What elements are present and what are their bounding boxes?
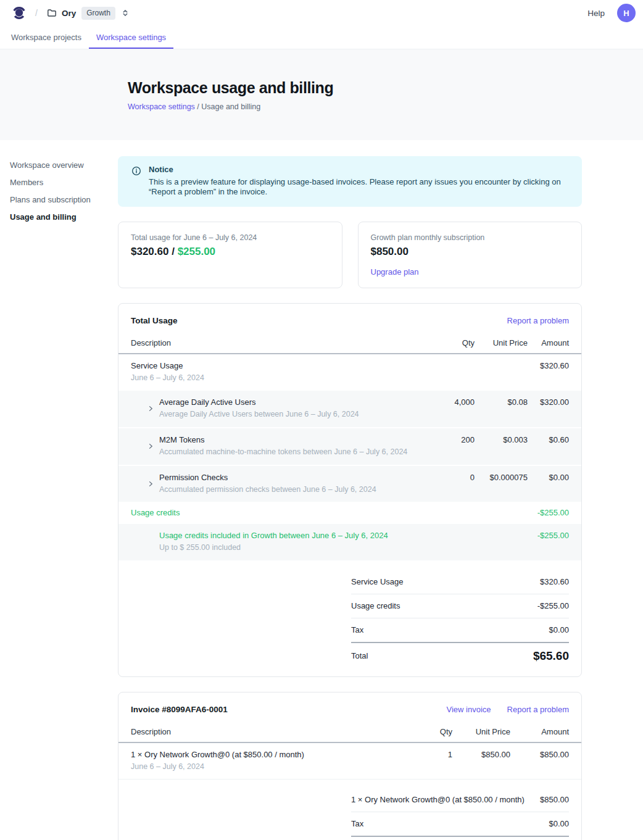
- summary-value: $320.60: [540, 577, 569, 586]
- settings-sidebar: Workspace overviewMembersPlans and subsc…: [0, 140, 118, 225]
- row-text: Usage credits: [131, 508, 418, 518]
- page-title: Workspace usage and billing: [128, 79, 643, 97]
- row-subtitle: June 6 – July 6, 2024: [131, 373, 418, 383]
- row-qty: 1: [395, 750, 452, 759]
- row-qty: 200: [418, 435, 475, 444]
- row-unit-price: $0.08: [475, 397, 528, 407]
- row-title: Usage credits: [131, 508, 418, 518]
- invoice-table-row: 1 × Ory Network Growth@0 (at $850.00 / m…: [118, 743, 581, 780]
- notice-body: This is a preview feature for displaying…: [149, 177, 572, 197]
- plan-badge: Growth: [81, 7, 115, 20]
- workspace-folder-icon: [47, 8, 57, 18]
- row-title: M2M Tokens: [159, 435, 407, 445]
- view-invoice-link[interactable]: View invoice: [447, 705, 491, 714]
- workspace-tabs: Workspace projectsWorkspace settings: [0, 26, 643, 49]
- tab-workspace-projects[interactable]: Workspace projects: [4, 26, 89, 49]
- row-text: Usage credits included in Growth between…: [159, 531, 418, 553]
- row-description: Permission ChecksAccumulated permission …: [131, 473, 418, 495]
- row-amount: -$255.00: [528, 508, 569, 517]
- usage-summary-row: Tax$0.00: [351, 618, 569, 642]
- invoice-title: Invoice #8099AFA6-0001: [131, 705, 228, 714]
- row-text: Average Daily Active UsersAverage Daily …: [159, 397, 359, 420]
- ory-logo-icon[interactable]: [11, 5, 27, 21]
- chevron-right-icon[interactable]: [147, 473, 156, 495]
- row-amount: $850.00: [510, 750, 569, 759]
- row-unit-price: $0.003: [475, 435, 528, 444]
- summary-value: $850.00: [540, 795, 569, 804]
- usage-card-title: Total Usage: [131, 316, 178, 325]
- row-description: Usage credits included in Growth between…: [131, 531, 418, 553]
- sidebar-item-usage-and-billing[interactable]: Usage and billing: [10, 208, 118, 225]
- summary-label: Service Usage: [351, 577, 404, 586]
- notice-banner: Notice This is a preview feature for dis…: [118, 156, 582, 207]
- row-text: 1 × Ory Network Growth@0 (at $850.00 / m…: [131, 750, 395, 772]
- invoice-summary-row: Tax$0.00: [351, 812, 569, 836]
- summary-label: Tax: [351, 625, 363, 634]
- breadcrumb-current: Usage and billing: [201, 102, 260, 111]
- usage-summary: Service Usage$320.60Usage credits-$255.0…: [351, 570, 569, 664]
- summary-label: Tax: [351, 819, 363, 828]
- plan-subscription-label: Growth plan monthly subscription: [371, 233, 570, 242]
- total-usage-label: Total usage for June 6 – July 6, 2024: [131, 233, 330, 242]
- usage-table-row: Average Daily Active UsersAverage Daily …: [118, 391, 581, 428]
- sidebar-item-plans-and-subscription[interactable]: Plans and subscription: [10, 191, 118, 208]
- row-unit-price: $850.00: [452, 750, 510, 759]
- row-title: Service Usage: [131, 361, 418, 371]
- total-usage-table-card: Total Usage Report a problem Description…: [118, 303, 582, 677]
- summary-cards: Total usage for June 6 – July 6, 2024 $3…: [118, 222, 582, 288]
- usage-table-row: M2M TokensAccumulated machine-to-machine…: [118, 428, 581, 466]
- row-subtitle: Average Daily Active Users between June …: [159, 410, 359, 420]
- chevron-right-icon[interactable]: [147, 435, 156, 457]
- row-text: M2M TokensAccumulated machine-to-machine…: [159, 435, 407, 457]
- invoice-summary: 1 × Ory Network Growth@0 (at $850.00 / m…: [351, 788, 569, 840]
- total-usage-card: Total usage for June 6 – July 6, 2024 $3…: [118, 222, 342, 288]
- row-text: Permission ChecksAccumulated permission …: [159, 473, 376, 495]
- row-title: Usage credits included in Growth between…: [159, 531, 418, 541]
- usage-total-row: Total $65.60: [351, 642, 569, 664]
- usage-summary-row: Service Usage$320.60: [351, 570, 569, 594]
- row-amount: $320.00: [528, 397, 569, 407]
- row-title: Average Daily Active Users: [159, 397, 359, 407]
- workspace-switcher-icon[interactable]: [121, 9, 130, 17]
- row-qty: 4,000: [418, 397, 475, 407]
- invoice-total-row: Total $850.00: [351, 836, 569, 840]
- breadcrumb: Workspace settings / Usage and billing: [128, 102, 643, 111]
- summary-label: 1 × Ory Network Growth@0 (at $850.00 / m…: [351, 795, 525, 804]
- invoice-summary-row: 1 × Ory Network Growth@0 (at $850.00 / m…: [351, 788, 569, 812]
- summary-value: $0.00: [549, 819, 569, 828]
- usage-table-header: Description Qty Unit Price Amount: [118, 330, 581, 354]
- row-amount: $0.60: [528, 435, 569, 444]
- user-avatar[interactable]: H: [617, 4, 636, 22]
- usage-table-row: Usage credits-$255.00: [118, 503, 581, 523]
- row-description: Average Daily Active UsersAverage Daily …: [131, 397, 418, 420]
- report-problem-link[interactable]: Report a problem: [507, 705, 569, 714]
- report-problem-link[interactable]: Report a problem: [507, 316, 569, 325]
- info-icon: [131, 166, 141, 197]
- invoice-table-header: Description Qty Unit Price Amount: [118, 719, 581, 743]
- row-subtitle: Up to $ 255.00 included: [159, 543, 418, 553]
- row-subtitle: Accumulated permission checks between Ju…: [159, 485, 376, 495]
- workspace-name[interactable]: Ory: [62, 9, 76, 18]
- notice-title: Notice: [149, 165, 572, 174]
- row-unit-price: $0.000075: [475, 473, 528, 482]
- breadcrumb-link[interactable]: Workspace settings: [128, 102, 195, 111]
- chevron-right-icon[interactable]: [147, 397, 156, 420]
- row-description: Service UsageJune 6 – July 6, 2024: [131, 361, 418, 383]
- breadcrumb-separator: /: [35, 8, 38, 18]
- tab-workspace-settings[interactable]: Workspace settings: [89, 26, 173, 49]
- top-bar: / Ory Growth Help H: [0, 0, 643, 26]
- help-link[interactable]: Help: [587, 9, 605, 18]
- row-title: 1 × Ory Network Growth@0 (at $850.00 / m…: [131, 750, 395, 760]
- row-description: M2M TokensAccumulated machine-to-machine…: [131, 435, 418, 457]
- sidebar-item-members[interactable]: Members: [10, 173, 118, 191]
- row-subtitle: June 6 – July 6, 2024: [131, 762, 395, 772]
- row-amount: -$255.00: [528, 531, 569, 540]
- sidebar-item-workspace-overview[interactable]: Workspace overview: [10, 156, 118, 173]
- row-text: Service UsageJune 6 – July 6, 2024: [131, 361, 418, 383]
- row-amount: $0.00: [528, 473, 569, 482]
- upgrade-plan-link[interactable]: Upgrade plan: [371, 267, 419, 277]
- summary-value: $0.00: [549, 625, 569, 634]
- usage-table-row: Service UsageJune 6 – July 6, 2024$320.6…: [118, 354, 581, 391]
- summary-label: Usage credits: [351, 601, 400, 610]
- total-usage-value: $320.60 / $255.00: [131, 246, 330, 258]
